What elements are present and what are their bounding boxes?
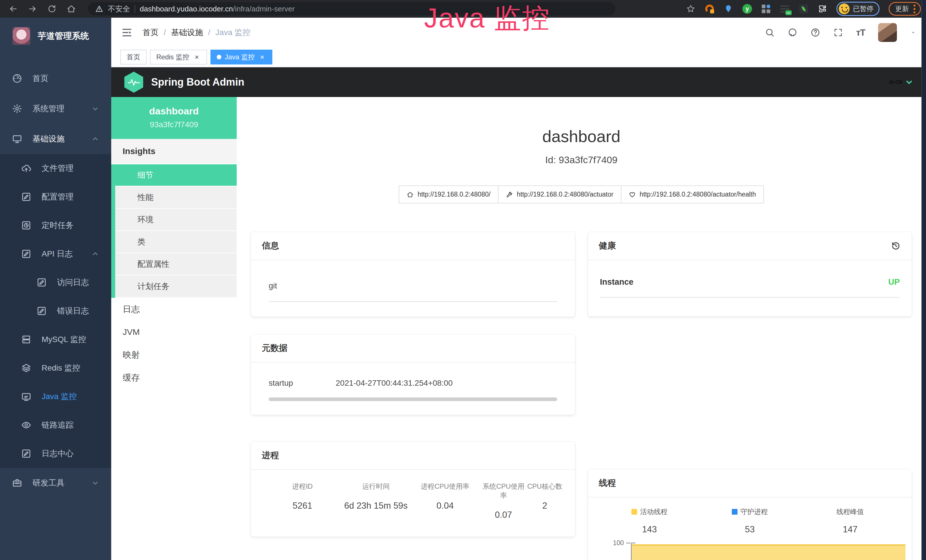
sidebar-item[interactable]: 系统管理 bbox=[0, 94, 111, 124]
edit-icon bbox=[21, 448, 31, 459]
instance-link[interactable]: http://192.168.0.2:48080/ bbox=[399, 185, 498, 203]
legend-square-icon bbox=[732, 509, 737, 515]
extensions-puzzle-icon[interactable] bbox=[818, 4, 827, 14]
browser-back-icon[interactable] bbox=[9, 4, 18, 14]
chart-area-series bbox=[632, 544, 906, 560]
sba-insight-item[interactable]: 计划任务 bbox=[115, 275, 237, 298]
sba-insight-item[interactable]: 配置属性 bbox=[115, 253, 237, 275]
avatar-caret-icon[interactable] bbox=[910, 29, 916, 36]
gear-icon bbox=[12, 104, 22, 114]
font-size-icon[interactable]: тT bbox=[856, 27, 865, 38]
green-y-extension-icon[interactable]: y bbox=[742, 4, 752, 14]
leaf-extension-icon[interactable] bbox=[799, 4, 808, 14]
sidebar-item[interactable]: 错误日志 bbox=[0, 297, 111, 325]
screen-icon bbox=[21, 391, 31, 402]
tab-close-icon[interactable]: × bbox=[258, 53, 266, 61]
fullscreen-icon[interactable] bbox=[833, 28, 843, 37]
browser-home-icon[interactable] bbox=[67, 4, 76, 14]
sidebar-item[interactable]: 定时任务 bbox=[0, 211, 111, 240]
sba-view-list: 日志JVM映射缓存 bbox=[111, 298, 237, 389]
sba-section-title: Insights bbox=[111, 139, 237, 164]
process-table: 进程ID 5261 运行时间 6d 23h 15m 59s 进程CPU使用率 0… bbox=[251, 470, 575, 537]
cloud-upload-icon bbox=[21, 163, 31, 173]
sba-view-item[interactable]: 日志 bbox=[111, 298, 237, 321]
instance-label: Instance bbox=[600, 277, 634, 287]
orange-extension-icon[interactable] bbox=[705, 4, 714, 14]
history-icon[interactable] bbox=[891, 241, 901, 251]
sidebar-item[interactable]: API 日志 bbox=[0, 240, 111, 268]
view-tab[interactable]: 首页 bbox=[120, 50, 147, 65]
sba-logo-icon[interactable] bbox=[124, 72, 143, 93]
instance-link[interactable]: http://192.168.0.2:48080/actuator/health bbox=[621, 185, 764, 203]
sba-insight-item[interactable]: 环境 bbox=[115, 209, 237, 231]
sba-insight-item[interactable]: 性能 bbox=[115, 186, 237, 209]
chevron-down-icon bbox=[905, 79, 913, 86]
sidebar-item[interactable]: 链路追踪 bbox=[0, 411, 111, 439]
sidebar-item[interactable]: 研发工具 bbox=[0, 468, 111, 498]
user-avatar[interactable] bbox=[878, 23, 897, 42]
browser-forward-icon[interactable] bbox=[28, 4, 37, 14]
grid-extension-icon[interactable] bbox=[761, 4, 771, 14]
startup-key: startup bbox=[269, 378, 336, 388]
home-icon bbox=[407, 191, 413, 198]
toolbox-icon bbox=[12, 478, 22, 488]
sba-brand[interactable]: Spring Boot Admin bbox=[151, 76, 244, 88]
tags-view-bar: 首页 Redis 监控 × Java 监控 × bbox=[111, 47, 926, 67]
thread-stat: 线程峰值 147 bbox=[800, 507, 900, 534]
instance-link[interactable]: http://192.168.0.2:48080/actuator bbox=[498, 185, 622, 203]
thread-stats: 活动线程 143 守护进程 53 线程峰值 147 bbox=[588, 498, 912, 534]
browser-reload-icon[interactable] bbox=[47, 4, 56, 14]
instance-title: dashboard bbox=[251, 127, 912, 146]
view-tab[interactable]: Redis 监控 × bbox=[150, 50, 207, 65]
sidebar-item[interactable]: 日志中心 bbox=[0, 439, 111, 468]
bookmark-star-icon[interactable] bbox=[686, 4, 696, 14]
help-icon[interactable] bbox=[811, 28, 820, 37]
sba-view-item[interactable]: 映射 bbox=[111, 344, 237, 366]
browser-menu-icon[interactable] bbox=[914, 5, 915, 14]
sba-header: Spring Boot Admin zh-CN bbox=[111, 67, 926, 97]
sidebar-item[interactable]: 首页 bbox=[0, 64, 111, 94]
sidebar-item[interactable]: MySQL 监控 bbox=[0, 325, 111, 354]
chevron-icon bbox=[91, 250, 99, 258]
security-warning-icon[interactable] bbox=[95, 5, 103, 13]
app-logo-row[interactable]: 芋道管理系统 bbox=[0, 18, 111, 54]
sba-instance-sidebar: dashboard 93a3fc7f7409 Insights 细节性能环境类配… bbox=[111, 97, 237, 560]
sidebar-item[interactable]: Java 监控 bbox=[0, 382, 111, 411]
sidebar-item[interactable]: 访问日志 bbox=[0, 268, 111, 297]
sba-insight-item[interactable]: 细节 bbox=[115, 164, 237, 186]
breadcrumb: 首页/基础设施/Java 监控/ bbox=[142, 27, 251, 38]
threads-area-chart: 140120100 bbox=[588, 539, 912, 560]
tab-close-icon[interactable]: × bbox=[193, 53, 201, 61]
horizontal-scrollbar[interactable] bbox=[269, 397, 557, 401]
sba-view-item[interactable]: JVM bbox=[111, 321, 237, 344]
breadcrumb-item[interactable]: 基础设施 bbox=[171, 27, 203, 38]
page-url: dashboard.yudao.iocoder.cn/infra/admin-s… bbox=[140, 5, 295, 14]
git-value bbox=[336, 281, 346, 291]
sba-main-content: dashboard Id: 93a3fc7f7409 http://192.16… bbox=[237, 97, 926, 560]
hamburger-icon[interactable] bbox=[121, 27, 133, 38]
browser-profile-button[interactable]: 已暂停 bbox=[837, 2, 879, 16]
sidebar-item[interactable]: 文件管理 bbox=[0, 154, 111, 183]
sidebar-item[interactable]: 基础设施 bbox=[0, 124, 111, 154]
process-card-title: 进程 bbox=[262, 450, 279, 461]
breadcrumb-item[interactable]: 首页 bbox=[142, 27, 159, 38]
on-badge-extension-icon[interactable]: on bbox=[780, 4, 790, 14]
wrench-icon bbox=[506, 191, 513, 198]
breadcrumb-item[interactable]: Java 监控 bbox=[216, 27, 251, 38]
github-icon[interactable] bbox=[788, 28, 797, 37]
sba-language-select[interactable]: zh-CN bbox=[889, 79, 913, 86]
view-tab[interactable]: Java 监控 × bbox=[210, 50, 272, 65]
sidebar-item[interactable]: 配置管理 bbox=[0, 183, 111, 211]
sba-insight-item[interactable]: 类 bbox=[115, 231, 237, 253]
browser-update-button[interactable]: 更新 bbox=[889, 2, 921, 16]
info-card: 信息 git bbox=[251, 232, 575, 317]
sba-instance-header[interactable]: dashboard 93a3fc7f7409 bbox=[111, 97, 237, 139]
git-info-row: git bbox=[269, 277, 557, 302]
edit-icon bbox=[21, 249, 31, 259]
search-icon[interactable] bbox=[765, 28, 775, 37]
edit-icon bbox=[36, 306, 47, 316]
pin-extension-icon[interactable] bbox=[723, 4, 733, 14]
sidebar-item[interactable]: Redis 监控 bbox=[0, 354, 111, 382]
instance-links: http://192.168.0.2:48080/ http://192.168… bbox=[251, 185, 912, 203]
sba-view-item[interactable]: 缓存 bbox=[111, 366, 237, 389]
